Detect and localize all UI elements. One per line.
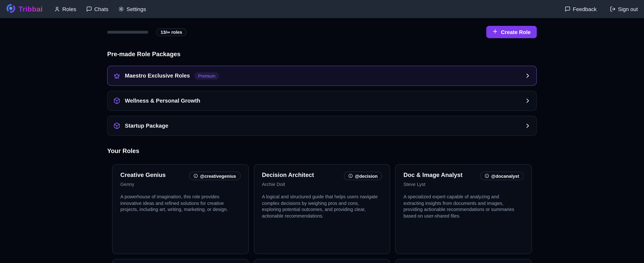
role-description: A logical and structured guide that help… (262, 194, 379, 219)
chevron-right-icon (524, 73, 530, 79)
info-icon (194, 174, 198, 178)
package-list: Maestro Exclusive Roles Premium Wellness… (107, 66, 537, 136)
role-subtitle: Archie Doit (262, 182, 382, 187)
card-header: Doc & Image Analyst @docanalyst (404, 172, 524, 180)
app-viewport: Tribbai Roles Chats (0, 0, 644, 263)
main-content: 13/∞ roles Create Role Pre-made Role Pac… (107, 26, 537, 263)
nav-item-roles[interactable]: Roles (54, 6, 76, 12)
package-name: Maestro Exclusive Roles (125, 73, 190, 79)
role-handle: @creativegenius (200, 173, 236, 178)
package-row-wellness[interactable]: Wellness & Personal Growth (107, 91, 537, 111)
card-header: Decision Architect @decision (262, 172, 382, 180)
brand-name: Tribbai (18, 5, 42, 13)
chevron-right-icon (524, 98, 530, 104)
role-card-doc-image-analyst[interactable]: Doc & Image Analyst @docanalyst Steve Ly… (395, 164, 532, 254)
roles-toolbar: 13/∞ roles Create Role (107, 26, 537, 38)
info-icon (348, 174, 353, 178)
nav-label: Roles (62, 6, 76, 12)
roles-count-badge: 13/∞ roles (156, 28, 186, 36)
feedback-button[interactable]: Feedback (564, 6, 596, 12)
role-description: A powerhouse of imagination, this role p… (120, 194, 237, 213)
primary-nav: Roles Chats Settings (54, 6, 146, 12)
role-subtitle: Steve Lyst (404, 182, 524, 187)
crown-icon (113, 72, 120, 79)
chevron-right-icon (524, 123, 530, 129)
nav-item-chats[interactable]: Chats (86, 6, 108, 12)
roles-grid: Creative Genius @creativegenius Genny A … (107, 164, 537, 263)
top-nav-bar: Tribbai Roles Chats (0, 0, 644, 18)
create-role-button[interactable]: Create Role (486, 26, 537, 38)
role-card-decision-architect[interactable]: Decision Architect @decision Archie Doit… (254, 164, 390, 254)
role-card-partial[interactable] (254, 259, 390, 263)
role-card-creative-genius[interactable]: Creative Genius @creativegenius Genny A … (112, 164, 249, 254)
info-icon (484, 174, 489, 178)
package-name: Startup Package (125, 123, 168, 129)
sign-out-button[interactable]: Sign out (610, 6, 638, 12)
role-handle-badge[interactable]: @creativegenius (189, 172, 240, 180)
role-description: A specialized expert capable of analyzin… (404, 194, 520, 219)
role-title: Doc & Image Analyst (404, 172, 462, 178)
card-header: Creative Genius @creativegenius (120, 172, 240, 180)
gear-icon (118, 6, 124, 12)
role-card-partial[interactable] (395, 259, 532, 263)
your-roles-section-title: Your Roles (107, 147, 537, 154)
package-row-startup[interactable]: Startup Package (107, 116, 537, 136)
role-handle-badge[interactable]: @docanalyst (480, 172, 524, 180)
create-role-label: Create Role (501, 29, 531, 35)
nav-label: Feedback (573, 6, 596, 12)
role-handle: @docanalyst (491, 173, 519, 178)
brand-logo[interactable]: Tribbai (6, 3, 42, 15)
roles-progress-bar (107, 30, 148, 33)
chat-bubble-icon (564, 6, 570, 12)
package-icon (113, 122, 120, 129)
role-handle: @decision (355, 173, 378, 178)
role-card-partial[interactable] (112, 259, 249, 263)
nav-label: Settings (126, 6, 146, 12)
package-row-maestro[interactable]: Maestro Exclusive Roles Premium (107, 66, 537, 86)
log-out-icon (610, 6, 616, 12)
plus-icon (492, 29, 498, 35)
premium-badge: Premium (194, 72, 219, 79)
role-title: Decision Architect (262, 172, 314, 178)
role-title: Creative Genius (120, 172, 166, 178)
header-right-nav: Feedback Sign out (564, 6, 638, 12)
nav-label: Chats (94, 6, 108, 12)
nav-label: Sign out (618, 6, 638, 12)
package-name: Wellness & Personal Growth (125, 98, 200, 104)
chat-bubble-icon (86, 6, 92, 12)
packages-section-title: Pre-made Role Packages (107, 50, 537, 57)
nav-item-settings[interactable]: Settings (118, 6, 146, 12)
role-subtitle: Genny (120, 182, 240, 187)
user-icon (54, 6, 60, 12)
package-icon (113, 97, 120, 104)
role-handle-badge[interactable]: @decision (344, 172, 382, 180)
tribbai-logo-icon (6, 3, 16, 15)
